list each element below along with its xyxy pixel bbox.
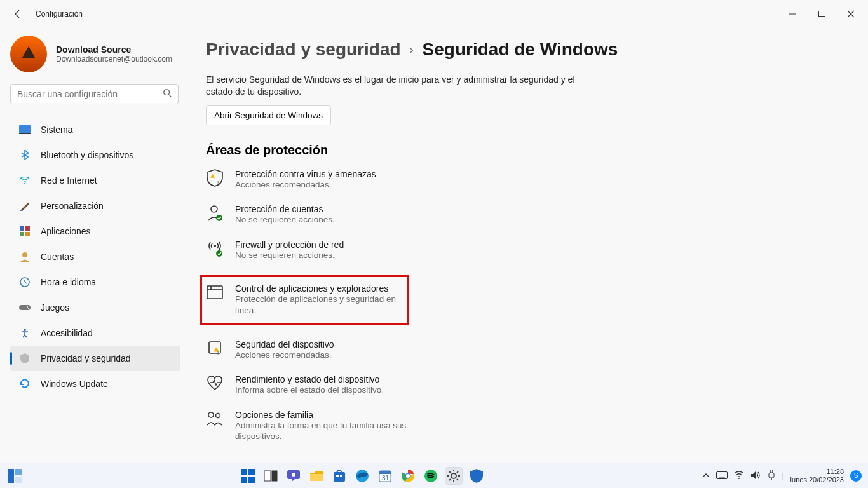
sidebar-item-personalizacion[interactable]: Personalización [10,193,180,219]
tray-overflow-icon[interactable] [702,471,710,480]
security-shield-icon[interactable] [468,468,485,484]
sidebar-item-sistema[interactable]: Sistema [10,117,180,142]
notifications-badge[interactable]: S [850,470,862,482]
edge-icon[interactable] [354,468,370,484]
sidebar-item-hora[interactable]: Hora e idioma [10,269,180,295]
svg-rect-10 [20,232,24,236]
sidebar-item-red[interactable]: Red e Internet [10,168,180,193]
area-title: Firewall y protección de red [235,240,344,250]
sidebar: Download Source Downloadsourcenet@outloo… [0,28,191,463]
spotify-icon[interactable] [423,468,439,484]
area-subtitle: Acciones recomendadas. [235,179,376,191]
area-family[interactable]: Opciones de familia Administra la forma … [206,410,536,442]
sidebar-item-aplicaciones[interactable]: Aplicaciones [10,219,180,244]
globe-clock-icon [19,276,31,288]
svg-point-51 [406,474,410,478]
area-title: Control de aplicaciones y exploradores [235,283,402,294]
clock-time: 11:28 [790,468,844,475]
sidebar-item-bluetooth[interactable]: Bluetooth y dispositivos [10,142,180,168]
widgets-button[interactable] [6,468,23,484]
taskbar-clock[interactable]: 11:28 lunes 20/02/2023 [790,468,844,483]
svg-rect-36 [248,477,255,483]
explorer-icon[interactable] [308,468,325,484]
chat-icon[interactable] [285,468,302,484]
svg-point-64 [738,478,740,479]
area-app-browser-control[interactable]: Control de aplicaciones y exploradores P… [206,283,402,316]
volume-icon[interactable] [750,471,761,481]
area-subtitle: No se requieren acciones. [235,250,344,261]
svg-point-19 [211,206,217,212]
sidebar-item-accesibilidad[interactable]: Accesibilidad [10,320,180,346]
back-button[interactable] [11,8,24,20]
power-plug-icon[interactable] [767,470,776,482]
maximize-button[interactable] [807,4,836,24]
svg-point-22 [216,250,222,257]
sidebar-item-cuentas[interactable]: Cuentas [10,244,180,269]
page-title: Seguridad de Windows [423,39,618,60]
area-subtitle: Acciones recomendadas. [235,349,334,361]
area-device-security[interactable]: ! Seguridad del dispositivo Acciones rec… [206,339,536,361]
area-subtitle: No se requieren acciones. [235,214,335,226]
family-icon [206,410,224,428]
svg-point-7 [24,183,25,184]
svg-point-20 [216,215,222,221]
sidebar-item-privacidad[interactable]: Privacidad y seguridad [10,346,180,371]
svg-line-60 [457,471,458,473]
section-title: Áreas de protección [206,143,843,158]
svg-rect-23 [207,286,222,299]
svg-text:!: ! [217,350,219,356]
chrome-icon[interactable] [400,468,416,484]
svg-rect-42 [334,472,345,482]
start-button[interactable] [240,468,256,484]
page-description: El servicio Seguridad de Windows es el l… [206,74,600,98]
close-button[interactable] [836,4,865,24]
sidebar-item-juegos[interactable]: Juegos [10,295,180,320]
svg-rect-30 [8,469,14,483]
area-title: Rendimiento y estado del dispositivo [235,374,384,384]
sidebar-item-label: Accesibilidad [41,328,93,338]
account-name: Download Source [56,44,172,55]
person-check-icon [206,204,224,222]
taskbar: 31 | 11:28 lunes 20/02/2023 S [0,463,868,488]
area-accounts[interactable]: Protección de cuentas No se requieren ac… [206,204,536,226]
heart-pulse-icon [206,374,224,392]
svg-rect-6 [19,133,31,134]
account-card[interactable]: Download Source Downloadsourcenet@outloo… [10,36,191,72]
svg-line-4 [169,95,172,97]
svg-line-59 [457,479,458,480]
taskview-icon[interactable] [262,468,279,484]
minimize-button[interactable] [778,4,807,24]
bluetooth-icon [19,149,31,161]
svg-rect-43 [336,475,339,477]
person-icon [19,251,31,262]
search-input[interactable] [17,89,163,99]
svg-rect-8 [20,226,24,231]
main-content: Privacidad y seguridad › Seguridad de Wi… [191,28,868,463]
svg-text:31: 31 [382,475,390,482]
sidebar-item-label: Juegos [41,302,69,313]
nav-list: Sistema Bluetooth y dispositivos Red e I… [10,117,191,396]
calendar-icon[interactable]: 31 [377,468,393,484]
sidebar-item-label: Personalización [41,201,104,211]
area-device-health[interactable]: Rendimiento y estado del dispositivo Inf… [206,374,536,396]
wifi-tray-icon[interactable] [734,471,744,480]
svg-point-15 [27,306,28,308]
search-box[interactable] [10,84,179,104]
sidebar-item-update[interactable]: Windows Update [10,371,180,396]
keyboard-icon[interactable] [716,471,728,480]
svg-point-17 [24,329,26,331]
svg-line-61 [449,479,451,480]
svg-rect-38 [272,471,277,481]
area-title: Opciones de familia [235,410,419,420]
svg-point-21 [214,245,216,247]
breadcrumb-parent[interactable]: Privacidad y seguridad [206,39,401,60]
sidebar-item-label: Cuentas [41,252,74,262]
area-virus[interactable]: ! Protección contra virus y amenazas Acc… [206,169,536,191]
area-firewall[interactable]: Firewall y protección de red No se requi… [206,240,536,261]
account-email: Downloadsourcenet@outlook.com [56,55,172,64]
store-icon[interactable] [331,468,348,484]
settings-icon[interactable] [445,468,462,484]
sidebar-item-label: Sistema [41,125,73,135]
area-title: Seguridad del dispositivo [235,339,334,349]
open-windows-security-button[interactable]: Abrir Seguridad de Windows [206,105,331,125]
